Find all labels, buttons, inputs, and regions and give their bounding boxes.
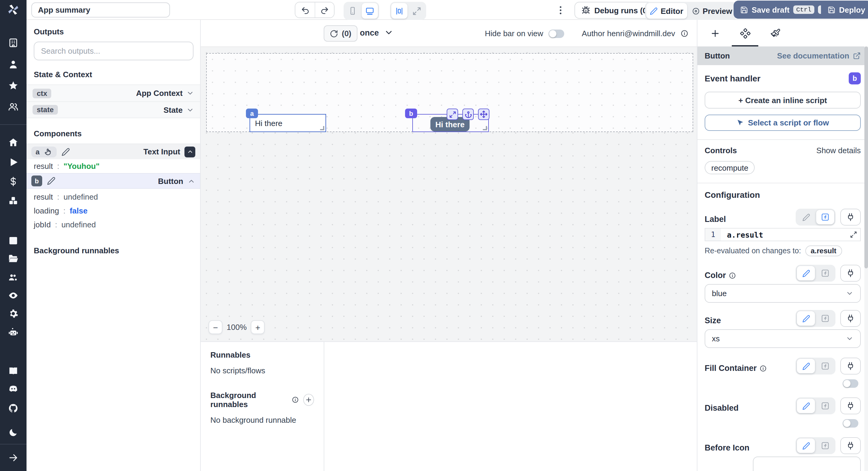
canvas-component-b-tag[interactable]: b <box>405 109 417 118</box>
app-summary-input[interactable] <box>31 2 170 18</box>
audit-eye-icon[interactable] <box>8 290 19 301</box>
connect-plug-icon[interactable] <box>840 358 861 375</box>
static-pencil-icon[interactable] <box>797 359 815 373</box>
eval-function-icon[interactable] <box>816 210 834 224</box>
desktop-view-button[interactable] <box>362 3 378 19</box>
star-icon[interactable] <box>8 81 19 91</box>
eval-function-icon[interactable] <box>816 311 834 326</box>
ai-robot-icon[interactable] <box>8 327 19 337</box>
refresh-button[interactable]: (0) <box>324 25 358 41</box>
user-icon[interactable] <box>8 59 19 70</box>
eval-function-icon[interactable] <box>816 359 834 373</box>
collapse-chevron-up-icon[interactable] <box>187 177 195 185</box>
tab-component-settings[interactable] <box>730 20 760 47</box>
collapse-arrow-right-icon[interactable] <box>8 452 19 463</box>
connect-plug-icon[interactable] <box>840 265 861 282</box>
connect-plug-icon[interactable] <box>840 310 861 327</box>
static-pencil-icon[interactable] <box>797 266 815 281</box>
component-row-b[interactable]: b Button <box>27 173 200 189</box>
component-row-a[interactable]: a Text Input <box>27 144 200 159</box>
color-select[interactable]: blue <box>705 284 861 303</box>
runs-play-icon[interactable] <box>8 157 19 167</box>
expand-editor-icon[interactable] <box>847 231 860 238</box>
static-pencil-icon[interactable] <box>797 210 815 224</box>
settings-gear-icon[interactable] <box>8 308 19 319</box>
eval-function-icon[interactable] <box>816 266 834 281</box>
reeval-dependency-pill[interactable]: a.result <box>805 245 842 256</box>
output-row-state[interactable]: state State <box>27 101 200 118</box>
static-pencil-icon[interactable] <box>797 399 815 413</box>
eval-function-icon[interactable] <box>816 438 834 453</box>
move-component-icon[interactable] <box>478 109 490 120</box>
mobile-view-button[interactable] <box>345 3 361 19</box>
resize-handle[interactable] <box>320 126 324 130</box>
groups-users-cog-icon[interactable] <box>8 272 19 283</box>
variables-dollar-icon[interactable] <box>8 176 19 187</box>
settings-scrollbar-thumb[interactable] <box>864 47 868 268</box>
zoom-out-button[interactable]: − <box>209 320 222 334</box>
recompute-control-pill[interactable]: recompute <box>705 161 755 174</box>
github-icon[interactable] <box>8 403 19 413</box>
chevron-down-icon[interactable] <box>186 106 194 114</box>
save-draft-button[interactable]: Save draft Ctrl S <box>734 1 835 19</box>
resources-boxes-icon[interactable] <box>8 196 19 206</box>
connect-plug-icon[interactable] <box>840 209 861 226</box>
see-documentation-link[interactable]: See documentation <box>777 51 861 60</box>
fullwidth-layout-button[interactable] <box>409 3 425 19</box>
more-options-kebab-icon[interactable] <box>555 5 566 16</box>
hide-bar-toggle[interactable] <box>549 29 564 38</box>
canvas-component-a-tag[interactable]: a <box>246 109 258 118</box>
docs-book-icon[interactable] <box>8 366 19 376</box>
resize-handle[interactable] <box>483 126 487 130</box>
before-icon-input[interactable] <box>753 457 861 471</box>
schedules-calendar-icon[interactable] <box>8 235 19 245</box>
workspace-building-icon[interactable] <box>8 38 19 48</box>
canvas-text-input-a[interactable]: Hi there <box>250 114 326 132</box>
connect-plug-icon[interactable] <box>840 398 861 414</box>
collapse-chevron-up-icon[interactable] <box>184 146 195 157</box>
deploy-button[interactable]: Deploy <box>821 1 868 19</box>
fill-container-toggle[interactable] <box>843 379 858 388</box>
create-inline-script-button[interactable]: + Create an inline script <box>705 92 861 109</box>
connect-plug-icon[interactable] <box>840 437 861 454</box>
component-a-id-chip[interactable]: a <box>31 146 56 157</box>
folders-icon[interactable] <box>8 254 19 264</box>
anchor-component-icon[interactable] <box>462 109 474 120</box>
users-icon[interactable] <box>8 101 19 112</box>
static-pencil-icon[interactable] <box>797 311 815 326</box>
app-canvas[interactable]: a Hi there b Hi there − 100% + <box>201 47 697 341</box>
zoom-in-button[interactable]: + <box>251 320 265 334</box>
search-outputs-input[interactable] <box>34 41 193 60</box>
show-details-link[interactable]: Show details <box>816 146 861 155</box>
size-select[interactable]: xs <box>705 329 861 348</box>
refresh-policy-dropdown[interactable]: once <box>360 28 393 37</box>
info-icon[interactable] <box>681 30 688 37</box>
redo-button[interactable] <box>315 2 334 18</box>
static-pencil-icon[interactable] <box>797 438 815 453</box>
tab-insert-component[interactable] <box>700 20 730 47</box>
info-icon[interactable] <box>292 396 299 404</box>
app-page-grid[interactable]: a Hi there b Hi there <box>206 53 693 132</box>
expand-component-icon[interactable] <box>447 109 458 120</box>
eval-function-icon[interactable] <box>816 399 834 413</box>
info-icon[interactable] <box>729 272 736 279</box>
edit-id-pencil-icon[interactable] <box>61 147 70 156</box>
tab-styling[interactable] <box>760 20 790 47</box>
disabled-toggle[interactable] <box>843 419 858 428</box>
label-code-value[interactable]: a.result <box>721 230 847 239</box>
editor-tab[interactable]: Editor <box>646 3 687 19</box>
output-row-ctx[interactable]: ctx App Context <box>27 84 200 101</box>
home-icon[interactable] <box>8 137 19 147</box>
preview-tab[interactable]: Preview <box>688 3 736 19</box>
debug-runs-button[interactable]: Debug runs (0) <box>575 2 657 19</box>
edit-id-pencil-icon[interactable] <box>47 177 56 185</box>
select-script-or-flow-button[interactable]: Select a script or flow <box>705 115 861 131</box>
info-icon[interactable] <box>760 364 767 372</box>
windmill-logo-icon[interactable] <box>7 3 20 16</box>
undo-button[interactable] <box>296 2 315 18</box>
label-code-editor[interactable]: 1 a.result <box>705 228 861 241</box>
centered-layout-button[interactable] <box>391 3 407 19</box>
discord-icon[interactable] <box>8 384 19 394</box>
add-background-runnable-button[interactable] <box>303 394 314 406</box>
dark-mode-moon-icon[interactable] <box>8 427 19 438</box>
